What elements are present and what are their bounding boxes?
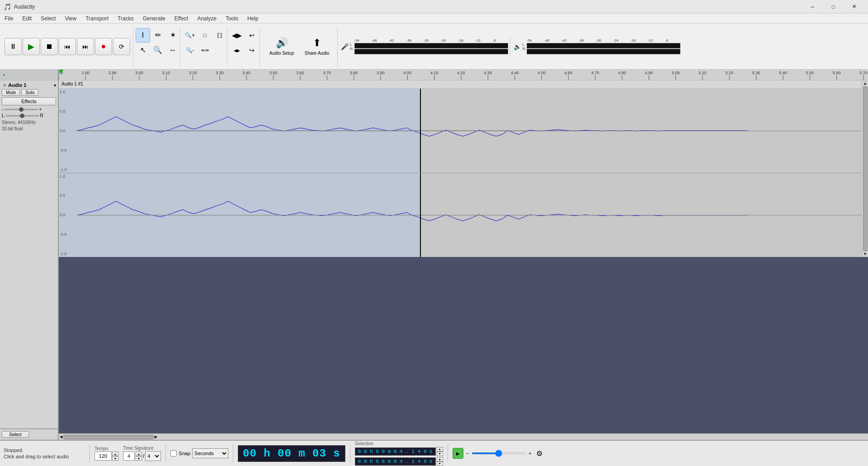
skip-fwd-button[interactable]: ⏭ bbox=[77, 38, 94, 55]
v-scrollbar[interactable]: ▲ ▼ bbox=[862, 81, 868, 257]
menu-help[interactable]: Help bbox=[243, 14, 263, 23]
track1-close-button[interactable]: ✕ bbox=[2, 83, 7, 88]
time-sig-label: Time Signature bbox=[123, 446, 161, 451]
zoom-fit-button[interactable]: ⟺ bbox=[198, 43, 212, 57]
audio-setup-button[interactable]: 🔊 Audio Setup bbox=[266, 31, 297, 62]
hint-label: Click and drag to select audio bbox=[4, 454, 85, 459]
svg-text:3.60: 3.60 bbox=[296, 71, 304, 75]
input-lr-label: LR bbox=[350, 42, 353, 51]
hscroll-right-arrow[interactable]: ▶ bbox=[155, 435, 157, 439]
redo-button[interactable]: ↪ bbox=[245, 43, 259, 57]
time-sig-num-up-button[interactable]: ▲ bbox=[136, 452, 142, 456]
svg-text:4.50: 4.50 bbox=[538, 71, 546, 75]
silence-button[interactable]: ◂▸ bbox=[230, 43, 244, 57]
stop-button[interactable]: ⏹ bbox=[41, 38, 58, 55]
share-audio-button[interactable]: ⬆ Share Audio bbox=[301, 31, 333, 62]
time-sig-denom-select[interactable]: 4816 bbox=[145, 451, 161, 461]
menu-edit[interactable]: Edit bbox=[18, 14, 36, 23]
play-selection-button[interactable]: ▶ bbox=[453, 448, 463, 459]
trim-button[interactable]: ◀▶ bbox=[230, 28, 244, 43]
menu-analyze[interactable]: Analyze bbox=[193, 14, 221, 23]
time-shift-tool-button[interactable]: ↔ bbox=[165, 43, 180, 57]
divider2 bbox=[165, 444, 166, 462]
draw-tool-button[interactable]: ✏ bbox=[151, 28, 165, 43]
sel-start-down-button[interactable]: ▼ bbox=[437, 452, 443, 456]
input-vu-section: 🎤 LR -54-48-42-36-30-24-18-12-6 bbox=[339, 37, 510, 56]
close-button[interactable]: ✕ bbox=[844, 0, 864, 14]
tempo-down-button[interactable]: ▼ bbox=[112, 456, 118, 461]
track1-lower-channel[interactable]: 1.0 0.5 0.0 -0.5 -1.0 bbox=[59, 173, 862, 257]
hscroll-left-arrow[interactable]: ◀ bbox=[60, 435, 62, 439]
play-button[interactable]: ▶ bbox=[23, 38, 40, 55]
track1-dropdown-button[interactable]: ▾ bbox=[54, 83, 56, 88]
menu-effect[interactable]: Effect bbox=[170, 14, 193, 23]
menu-select[interactable]: Select bbox=[36, 14, 60, 23]
multi-tool-button[interactable]: ✶ bbox=[165, 28, 180, 43]
track1-waveform-area[interactable]: Audio 1 #1 1.0 0.5 0.0 -0.5 bbox=[59, 81, 862, 257]
envelope-tool-button[interactable]: ↖ bbox=[136, 43, 150, 57]
vscroll-up-arrow[interactable]: ▲ bbox=[863, 81, 867, 86]
svg-text:3.40: 3.40 bbox=[243, 71, 251, 75]
tempo-up-button[interactable]: ▲ bbox=[112, 452, 118, 456]
playhead-marker bbox=[59, 70, 63, 74]
time-sig-num-input[interactable] bbox=[123, 452, 135, 461]
main-area: ▾ ✕ Audio 1 ▾ Mute Solo Effects - + bbox=[0, 70, 868, 440]
vscroll-thumb[interactable] bbox=[863, 86, 868, 251]
snap-select[interactable]: Seconds Beats Bars bbox=[192, 448, 228, 458]
svg-text:3.00: 3.00 bbox=[135, 71, 143, 75]
track1-effects-button[interactable]: Effects bbox=[2, 97, 56, 105]
undo-button[interactable]: ↩ bbox=[245, 28, 259, 43]
menu-view[interactable]: View bbox=[60, 14, 81, 23]
pan-r-label: R bbox=[40, 113, 43, 118]
hscroll-thumb[interactable] bbox=[63, 435, 154, 439]
share-audio-label: Share Audio bbox=[305, 51, 330, 56]
zoom-in-button[interactable]: 🔍+ bbox=[183, 28, 197, 43]
menu-tracks[interactable]: Tracks bbox=[113, 14, 138, 23]
minimize-button[interactable]: ─ bbox=[802, 0, 823, 14]
track1-pan-slider[interactable] bbox=[5, 115, 39, 117]
h-scrollbar[interactable]: ◀ ▶ bbox=[59, 433, 868, 440]
selection-settings-button[interactable]: ⚙ bbox=[536, 449, 542, 458]
sel-end-down-button[interactable]: ▼ bbox=[437, 461, 443, 466]
record-button[interactable]: ● bbox=[95, 38, 112, 55]
zoom-sel-button[interactable]: □ bbox=[198, 28, 212, 43]
svg-text:4.20: 4.20 bbox=[457, 71, 465, 75]
menu-transport[interactable]: Transport bbox=[81, 14, 113, 23]
menu-file[interactable]: File bbox=[0, 14, 18, 23]
menu-tools[interactable]: Tools bbox=[221, 14, 243, 23]
edit-action-tools: ◀▶ ◂▸ ↩ ↪ bbox=[229, 27, 260, 66]
zoom-tools: 🔍+ 🔍- □ ⟺ ⟦⟧ bbox=[182, 27, 227, 66]
snap-checkbox[interactable] bbox=[170, 450, 177, 456]
track1-solo-button[interactable]: Solo bbox=[21, 89, 38, 96]
track1-info-line1: Stereo, 44100Hz bbox=[2, 119, 56, 126]
titlebar: 🎵 Audacity ─ □ ✕ bbox=[0, 0, 868, 14]
pause-button[interactable]: ⏸ bbox=[5, 38, 22, 55]
vscroll-down-arrow[interactable]: ▼ bbox=[863, 252, 867, 256]
sel-end-up-button[interactable]: ▲ bbox=[437, 457, 443, 461]
track1-mute-button[interactable]: Mute bbox=[2, 89, 20, 96]
svg-text:5.00: 5.00 bbox=[672, 71, 680, 75]
time-sig-num-down-button[interactable]: ▼ bbox=[136, 456, 142, 461]
zoom-tool-button[interactable]: 🔍 bbox=[151, 43, 165, 57]
timeline-ruler[interactable]: 2.702.802.903.003.103.203.303.403.503.60… bbox=[59, 70, 868, 81]
divider1 bbox=[90, 444, 90, 462]
input-vu-row: 🎤 LR -54-48-42-36-30-24-18-12-6 bbox=[341, 38, 508, 54]
playhead-upper bbox=[420, 89, 421, 173]
maximize-button[interactable]: □ bbox=[823, 0, 844, 14]
loop-button[interactable]: ⟳ bbox=[113, 38, 130, 55]
track1-gain-slider[interactable] bbox=[4, 109, 38, 110]
tempo-input[interactable] bbox=[94, 452, 112, 461]
input-vu-bar-bot bbox=[354, 49, 508, 54]
skip-back-button[interactable]: ⏮ bbox=[59, 38, 76, 55]
playback-speed-slider[interactable] bbox=[472, 452, 526, 454]
selection-tool-button[interactable]: I bbox=[136, 28, 150, 43]
toolbar: ⏸ ▶ ⏹ ⏮ ⏭ ● ⟳ I ↖ ✏ 🔍 ✶ ↔ 🔍+ 🔍- □ ⟺ ⟦⟧ ◀… bbox=[0, 24, 868, 70]
divider5 bbox=[448, 444, 448, 462]
menu-generate[interactable]: Generate bbox=[138, 14, 170, 23]
cursor-pos-icon: ▾ bbox=[3, 72, 5, 77]
sel-start-up-button[interactable]: ▲ bbox=[437, 447, 443, 452]
track1-select-button[interactable]: Select bbox=[2, 431, 29, 438]
zoom-out-button[interactable]: 🔍- bbox=[183, 43, 197, 57]
zoom-fit-v-button[interactable]: ⟦⟧ bbox=[212, 28, 227, 43]
track1-upper-channel[interactable]: 1.0 0.5 0.0 -0.5 -1.0 bbox=[59, 89, 862, 173]
